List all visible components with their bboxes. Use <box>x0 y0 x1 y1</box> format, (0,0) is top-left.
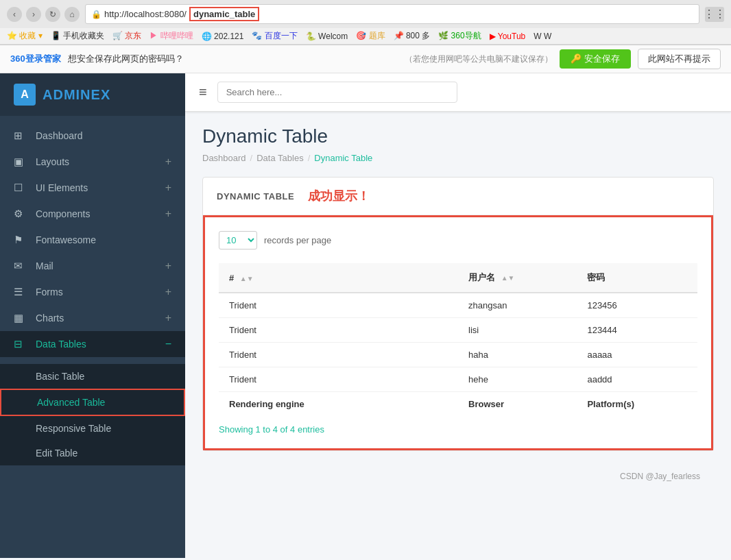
toggle-icon: + <box>165 156 171 168</box>
breadcrumb: Dashboard / Data Tables / Dynamic Table <box>202 153 714 163</box>
table-head: # ▲▼ 用户名 ▲▼ 密码 <box>219 263 697 293</box>
app-wrapper: A ADMINEX ⊞ Dashboard ▣ Layouts + ☐ UI E… <box>0 73 731 558</box>
address-bar[interactable]: 🔒 http://localhost:8080/dynamic_table <box>85 4 699 24</box>
success-message: 成功显示！ <box>308 188 370 204</box>
table-footer-row: Rendering engine Browser Platform(s) <box>219 392 697 417</box>
table-showing: Showing 1 to 4 of 4 entries <box>219 424 697 435</box>
main-content: ≡ Dynamic Table Dashboard / Data Tables … <box>185 73 731 558</box>
sidebar-logo: A ADMINEX <box>0 73 185 116</box>
sidebar-item-label: Dashboard <box>36 130 171 141</box>
bookmark-360nav[interactable]: 🌿 360导航 <box>438 30 481 42</box>
sidebar-navigation: ⊞ Dashboard ▣ Layouts + ☐ UI Elements + … <box>0 116 185 364</box>
data-table: # ▲▼ 用户名 ▲▼ 密码 Trident zhan <box>219 263 697 416</box>
search-input[interactable] <box>217 82 457 103</box>
bookmark-baidu[interactable]: 🐾 百度一下 <box>252 30 297 42</box>
col-password: 密码 <box>577 263 697 293</box>
topbar: ≡ <box>185 73 731 112</box>
logo-icon: A <box>14 84 36 106</box>
csdn-watermark: CSDN @Jay_fearless <box>202 465 714 488</box>
sidebar-item-label: Forms <box>36 287 165 297</box>
breadcrumb-sep1: / <box>250 153 253 163</box>
password-note: （若您使用网吧等公共电脑不建议保存） <box>405 53 553 65</box>
page-title: Dynamic Table <box>202 125 714 147</box>
breadcrumb-dashboard[interactable]: Dashboard <box>202 153 246 163</box>
sort-icon: ▲▼ <box>501 274 515 282</box>
cell-password: 123456 <box>577 293 697 318</box>
data-tables-icon: ⊟ <box>14 338 27 350</box>
table-controls: 10 25 50 100 records per page <box>219 231 697 249</box>
per-page-select[interactable]: 10 25 50 100 <box>219 231 257 249</box>
logo-letter: A <box>21 88 29 101</box>
360-logo: 360登录管家 <box>10 53 61 65</box>
cell-rendering-engine: Rendering engine <box>219 392 458 417</box>
logo-text: ADMINEX <box>43 87 110 103</box>
sidebar-item-advanced-table[interactable]: Advanced Table <box>0 389 185 416</box>
sidebar-item-data-tables[interactable]: ⊟ Data Tables − <box>0 331 185 357</box>
back-button[interactable]: ‹ <box>7 7 22 22</box>
cell-password: aaddd <box>577 367 697 392</box>
breadcrumb-data-tables[interactable]: Data Tables <box>256 153 303 163</box>
cell-username: haha <box>458 343 577 367</box>
forward-button[interactable]: › <box>26 7 41 22</box>
sidebar-item-layouts[interactable]: ▣ Layouts + <box>0 149 185 175</box>
bookmark-exam[interactable]: 🎯 题库 <box>356 30 385 42</box>
cell-password: aaaaa <box>577 343 697 367</box>
toggle-icon: − <box>165 338 171 350</box>
bookmark-ww[interactable]: W W <box>534 32 551 41</box>
bookmarks-bar: ⭐ 收藏 ▾ 📱 手机收藏夹 🛒 京东 ▶ 哔哩哔哩 🌐 202.121 🐾 百… <box>0 28 731 45</box>
browser-nav: ‹ › ↻ ⌂ 🔒 http://localhost:8080/dynamic_… <box>0 0 731 28</box>
bookmark-800[interactable]: 📌 800 多 <box>394 30 431 42</box>
col-username[interactable]: 用户名 ▲▼ <box>458 263 577 293</box>
password-dismiss-button[interactable]: 此网站不再提示 <box>638 49 721 69</box>
card-title: DYNAMIC TABLE <box>217 191 294 202</box>
bookmark-bili[interactable]: ▶ 哔哩哔哩 <box>149 30 193 42</box>
bookmark-welcom[interactable]: 🐍 Welcom <box>306 32 348 41</box>
page-content: Dynamic Table Dashboard / Data Tables / … <box>185 112 731 502</box>
refresh-button[interactable]: ↻ <box>45 7 60 22</box>
cell-engine: Trident <box>219 293 458 318</box>
layouts-icon: ▣ <box>14 156 27 168</box>
sidebar: A ADMINEX ⊞ Dashboard ▣ Layouts + ☐ UI E… <box>0 73 185 558</box>
table-row: Trident zhangsan 123456 <box>219 293 697 318</box>
table-header-row: # ▲▼ 用户名 ▲▼ 密码 <box>219 263 697 293</box>
sidebar-item-dashboard[interactable]: ⊞ Dashboard <box>0 123 185 149</box>
bookmark-jd[interactable]: 🛒 京东 <box>112 30 141 42</box>
cell-username: zhangsan <box>458 293 577 318</box>
bookmark-youtube[interactable]: ▶ YouTub <box>490 32 526 41</box>
cell-engine: Trident <box>219 318 458 343</box>
sidebar-item-mail[interactable]: ✉ Mail + <box>0 253 185 279</box>
table-row: Trident lisi 123444 <box>219 318 697 343</box>
table-body: Trident zhangsan 123456 Trident lisi 123… <box>219 293 697 416</box>
home-button[interactable]: ⌂ <box>64 7 80 22</box>
sidebar-item-label: Mail <box>36 260 165 271</box>
sidebar-item-charts[interactable]: ▦ Charts + <box>0 305 185 331</box>
sidebar-item-ui-elements[interactable]: ☐ UI Elements + <box>0 175 185 201</box>
sidebar-item-fontawesome[interactable]: ⚑ Fontawesome <box>0 227 185 253</box>
url-base: http://localhost:8080/ <box>104 9 187 19</box>
sidebar-item-basic-table[interactable]: Basic Table <box>0 364 185 389</box>
sidebar-item-forms[interactable]: ☰ Forms + <box>0 279 185 305</box>
mail-icon: ✉ <box>14 260 27 272</box>
bookmark-202[interactable]: 🌐 202.121 <box>202 32 244 41</box>
table-row: Trident hehe aaddd <box>219 367 697 392</box>
cell-engine: Trident <box>219 343 458 367</box>
dashboard-icon: ⊞ <box>14 130 27 142</box>
table-row: Trident haha aaaaa <box>219 343 697 367</box>
browser-menu-button[interactable]: ⋮⋮ <box>705 7 724 22</box>
password-question: 想安全保存此网页的密码吗？ <box>68 53 398 65</box>
col-hash[interactable]: # ▲▼ <box>219 263 458 293</box>
password-save-button[interactable]: 🔑 安全保存 <box>560 49 631 69</box>
per-page-label: records per page <box>264 235 331 245</box>
bookmarks-star[interactable]: ⭐ 收藏 ▾ <box>7 30 43 42</box>
sidebar-item-label: Data Tables <box>36 339 165 350</box>
sidebar-item-responsive-table[interactable]: Responsive Table <box>0 416 185 441</box>
bookmark-mobile[interactable]: 📱 手机收藏夹 <box>51 30 104 42</box>
sidebar-item-edit-table[interactable]: Edit Table <box>0 441 185 465</box>
cell-password: 123444 <box>577 318 697 343</box>
forms-icon: ☰ <box>14 286 27 298</box>
topbar-menu-button[interactable]: ≡ <box>199 84 207 100</box>
sidebar-item-components[interactable]: ⚙ Components + <box>0 201 185 227</box>
cell-engine: Trident <box>219 367 458 392</box>
toggle-icon: + <box>165 208 171 220</box>
toggle-icon: + <box>165 312 171 324</box>
